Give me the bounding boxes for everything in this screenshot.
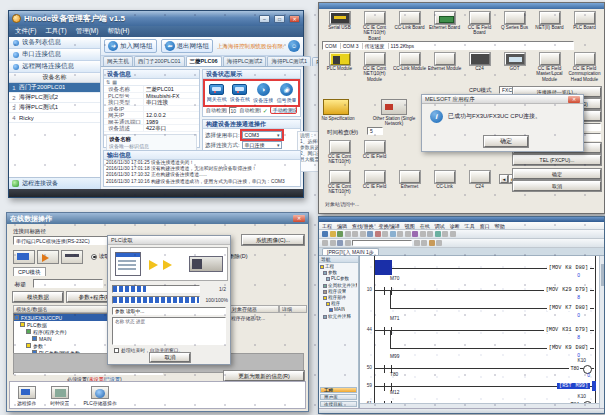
print-icon[interactable] — [345, 231, 351, 237]
menu-tools[interactable]: 工具(T) — [45, 27, 66, 36]
user-library-tab[interactable]: 用户库 — [320, 394, 357, 400]
comment-icon[interactable] — [330, 240, 336, 246]
ladder-editor[interactable]: MOVK8D80 0 10 M70 MOVK29D79 8 MOVK7D80 0… — [359, 256, 604, 408]
remote-operation-item[interactable]: 远程操作 — [17, 386, 36, 406]
target-memory-header[interactable]: 对象存储器 — [229, 305, 279, 313]
ladder-rung[interactable]: 59 T80 RSTM99 — [374, 386, 594, 387]
menu-window[interactable]: 窗口 — [480, 223, 490, 229]
start-monitor-icon[interactable] — [414, 240, 420, 246]
device-online-indicator[interactable]: 设备在线 — [228, 84, 251, 102]
menu-debug[interactable]: 调试 — [435, 223, 445, 229]
cpu-module-tab[interactable]: CPU模块 — [13, 267, 46, 276]
route-ccie-field[interactable]: CC IE Field — [357, 141, 392, 165]
monitor-icon[interactable] — [390, 231, 396, 237]
titlebar[interactable]: Hinode设备管理客户端 v1.5 – □ ✕ — [9, 11, 303, 26]
plc-if-got[interactable]: GOT — [497, 53, 532, 82]
tel-button[interactable]: TEL (FXCPU)... — [513, 155, 601, 165]
gateway-online-indicator[interactable]: 网关在线 — [205, 84, 228, 102]
step-run-icon[interactable] — [436, 240, 442, 246]
progress-cancel-button[interactable]: 取消 — [150, 353, 190, 362]
sort-cat-icon[interactable]: ▦ — [112, 79, 117, 85]
device-row[interactable]: 2海得PLC测试2 — [9, 93, 100, 103]
system-image-button[interactable]: 系统图像(C)... — [242, 235, 304, 245]
plc-if-ccie-field-head[interactable]: CC IE Field Communication Head Module — [567, 53, 602, 82]
plc-if-cclink-module[interactable]: CC-Link Module — [392, 53, 427, 82]
ladder-rung[interactable]: 44 M71 MOVK31D79 8 — [374, 330, 594, 331]
menu-edit[interactable]: 编辑 — [337, 223, 347, 229]
close-button[interactable]: ✕ — [293, 215, 305, 222]
tab-haide2[interactable]: 海得PLC测试2 — [223, 56, 267, 66]
paste-icon[interactable] — [367, 231, 373, 237]
menu-online[interactable]: 在线 — [420, 223, 430, 229]
delete-line-icon[interactable] — [450, 231, 456, 237]
menu-help[interactable]: 帮助 — [495, 223, 505, 229]
plc-read-titlebar[interactable]: PLC读取 — [108, 236, 230, 245]
clock-setting-item[interactable]: 时钟设置 — [50, 386, 69, 406]
coil-icon[interactable] — [427, 231, 433, 237]
exit-network-button[interactable]: ⬅退出网络组 — [161, 39, 214, 53]
manual-detect-button[interactable]: 手动检测设备在线 — [270, 106, 297, 114]
sidebar-section-remote[interactable]: 远程网络连接信息 — [9, 61, 100, 73]
plc-if-c24[interactable]: C24 — [462, 53, 497, 82]
device-connect-indicator[interactable]: ◑设备连接 — [252, 83, 275, 103]
toolbar-row-1[interactable] — [319, 230, 604, 239]
cancel-button[interactable]: 取消 — [513, 181, 601, 191]
menu-diagnostics[interactable]: 诊断 — [450, 223, 460, 229]
route2-c24[interactable]: C24 — [462, 171, 497, 195]
menu-help[interactable]: 帮助(H) — [107, 27, 129, 36]
module-data-button[interactable]: 模块数据 — [13, 292, 63, 302]
menu-find[interactable]: 查找/替换 — [352, 223, 373, 229]
route2-ethernet[interactable]: Ethernet — [392, 171, 427, 195]
menu-project[interactable]: 工程 — [322, 223, 332, 229]
redo-icon[interactable] — [382, 231, 388, 237]
com-port-select[interactable]: COM3 — [242, 131, 282, 139]
sidebar-section-serial[interactable]: 串口连接信息 — [9, 49, 100, 61]
pc-if-q-bus[interactable]: Q Series Bus — [497, 12, 532, 41]
close-button[interactable]: ✕ — [289, 15, 300, 23]
toolbar-combo[interactable] — [352, 240, 412, 246]
horizontal-scrollbar[interactable] — [360, 403, 599, 408]
route2-cclink[interactable]: CC-Link — [427, 171, 462, 195]
route-ccie-cont[interactable]: CC IE Cont NET/10(H) — [322, 141, 357, 165]
ladder-rung[interactable]: MOVK8D80 0 — [374, 268, 594, 269]
interval-input[interactable]: 10 — [229, 107, 237, 114]
statement-icon[interactable] — [337, 240, 343, 246]
plc-if-ccie-cont-module[interactable]: CC IE Cont NET/10(H) Module — [357, 53, 392, 82]
user-icon[interactable]: ☺ — [288, 40, 300, 52]
undo-icon[interactable] — [375, 231, 381, 237]
plc-if-ccie-field-master[interactable]: CC IE Field Master/Local Module — [532, 53, 567, 82]
copy-icon[interactable] — [360, 231, 366, 237]
edit-cursor[interactable] — [375, 260, 392, 275]
ladder-branch[interactable]: MOVK7D80 0 — [390, 308, 594, 309]
cut-icon[interactable] — [352, 231, 358, 237]
connection-tab[interactable]: 连接目标 — [320, 401, 357, 407]
refresh-button[interactable]: 更新为最新的信息(R) — [224, 371, 304, 381]
sort-az-icon[interactable]: ⇅ — [106, 79, 110, 85]
tree-item[interactable]: 软元件注释 — [320, 314, 357, 320]
write-plc-icon[interactable] — [397, 231, 403, 237]
line-icon[interactable] — [442, 231, 448, 237]
sidebar-section-devices[interactable]: 设备列表信息 — [9, 37, 100, 49]
com-port-value[interactable]: COM 3 — [340, 43, 359, 49]
main-program-tab[interactable]: [PRG]写入 MAIN 1步 — [322, 248, 379, 255]
minimize-button[interactable]: – — [259, 15, 270, 23]
pc-if-net2-board[interactable]: NET(II) Board — [532, 12, 567, 41]
ladder-branch[interactable]: MOVK9D80 0 — [390, 348, 594, 349]
join-network-button[interactable]: ➜加入网络组 — [104, 39, 157, 53]
plc-memory-item[interactable]: PLC存储器操作 — [83, 386, 116, 406]
branch-icon[interactable] — [435, 231, 441, 237]
menu-view[interactable]: 视图 — [405, 223, 415, 229]
project-tab[interactable]: 工程 — [320, 387, 357, 393]
menu-compile[interactable]: 变换/编译 — [378, 223, 399, 229]
menu-file[interactable]: 文件(F) — [15, 27, 36, 36]
vertical-scrollbar[interactable] — [599, 256, 604, 408]
toolbar-row-2[interactable] — [319, 239, 604, 248]
remote-connect-item[interactable]: 远程连接设备 — [9, 177, 100, 189]
prop-row[interactable]: 设备描述422串口 — [104, 125, 199, 132]
signal-quality-indicator[interactable]: ◉信号质量 — [275, 83, 298, 103]
device-row[interactable]: 4Ricky — [9, 113, 100, 123]
melsoft-ok-button[interactable]: 确定 — [484, 136, 528, 147]
pc-if-ccie-cont-board[interactable]: CC IE Cont NET/10(H) Board — [357, 12, 392, 41]
ladder-rung[interactable]: 50 M99 K10 T80 0 — [374, 368, 594, 369]
route-left-arrow[interactable]: ◄ — [500, 175, 508, 183]
